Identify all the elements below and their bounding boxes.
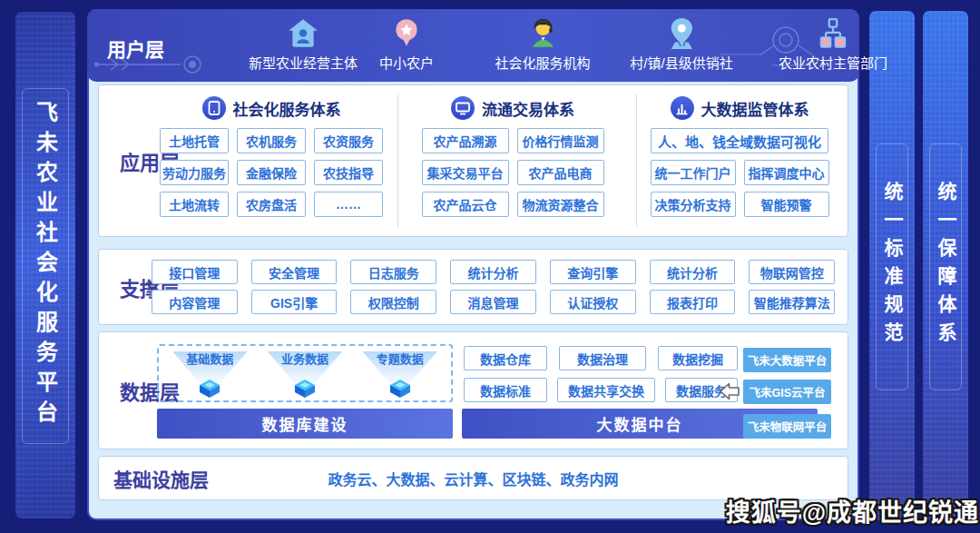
unified-standard-banner: 统一标准规范: [869, 11, 915, 520]
bar-chart-icon: [671, 96, 694, 120]
application-layer-box: 应用层 社会化服务体系 土地托管 农机服务 农资服务 劳动力服务 金融保险 农技…: [98, 84, 848, 237]
user-item-label: 村/镇/县级供销社: [630, 53, 732, 72]
data-button: 数据标准: [464, 378, 547, 402]
app-service-button: 人、地、钱全域数据可视化: [651, 128, 828, 153]
support-layer-box: 支撑层 接口管理 安全管理 日志服务 统计分析 查询引擎 统计分析 物联网管控 …: [98, 249, 848, 325]
app-service-button: 农机服务: [237, 128, 306, 153]
app-service-button: 集采交易平台: [422, 160, 509, 185]
support-button: 接口管理: [152, 260, 238, 284]
unified-guarantee-banner: 统一保障体系: [923, 11, 968, 520]
support-button: 内容管理: [152, 290, 238, 314]
support-button: 报表打印: [650, 290, 736, 314]
support-button: 统计分析: [650, 260, 736, 284]
dataset-group: 基础数据 业务数据 专题数据: [157, 344, 453, 402]
user-item-supply-coop: 村/镇/县级供销社: [630, 16, 732, 72]
user-item-service-org: 社会化服务机构: [495, 16, 590, 72]
group-title: 流通交易体系: [482, 97, 574, 120]
watermark: 搜狐号@成都世纪锐通: [726, 493, 979, 528]
group-title: 社会化服务体系: [233, 97, 341, 120]
data-button: 数据治理: [559, 346, 646, 370]
user-layer-label: 用户层: [107, 35, 164, 62]
group-title: 大数据监管体系: [701, 97, 809, 120]
data-button: 数据仓库: [464, 346, 547, 370]
support-button: 物联网管控: [749, 260, 835, 284]
app-service-button: 土地托管: [160, 128, 229, 153]
app-service-button: ……: [314, 192, 383, 217]
pin-star-icon: [389, 16, 424, 51]
column-divider: [397, 94, 398, 227]
support-button: 安全管理: [251, 260, 338, 284]
app-service-button: 物流资源整合: [517, 192, 604, 217]
app-service-button: 农产品电商: [517, 160, 604, 185]
support-button: 消息管理: [450, 290, 536, 314]
dataset-item: 基础数据: [164, 348, 255, 399]
app-service-button: 农产品云仓: [422, 192, 509, 217]
support-button: 统计分析: [450, 260, 536, 284]
user-layer-bar: 用户层 新型农业经营主体 中小农户: [87, 9, 859, 82]
group-trade-system: 流通交易体系 农产品溯源 价格行情监测 集采交易平台 农产品电商 农产品云仓 物…: [407, 93, 618, 229]
org-chart-icon: [816, 16, 850, 51]
data-layer-box: 数据层 基础数据 业务数据: [98, 331, 848, 449]
app-service-button: 农房盘活: [237, 192, 306, 217]
data-cube-icon: [386, 379, 415, 399]
user-item-small-farmers: 中小农户: [379, 16, 434, 72]
unified-guarantee-text: 统一保障体系: [932, 182, 959, 350]
app-service-button: 智能预警: [744, 192, 829, 217]
platform-title-text: 飞未农业社会化服务平台: [30, 101, 62, 430]
app-service-button: 农产品溯源: [422, 128, 509, 153]
user-item-label: 农业农村主管部门: [779, 53, 887, 72]
dataset-item: 专题数据: [355, 348, 446, 399]
platform-button: 飞未GIS云平台: [743, 380, 831, 404]
dataset-label: 专题数据: [377, 350, 424, 367]
support-button: GIS引擎: [251, 290, 338, 314]
app-service-button: 金融保险: [237, 160, 306, 185]
data-cube-icon: [290, 379, 319, 399]
data-button: 数据挖掘: [658, 346, 738, 370]
user-item-label: 社会化服务机构: [495, 53, 590, 72]
user-item-label: 新型农业经营主体: [249, 53, 358, 72]
user-item-label: 中小农户: [379, 53, 434, 72]
phone-icon: [202, 96, 226, 120]
platform-button: 飞未大数据平台: [743, 348, 831, 372]
app-service-button: 决策分析支持: [651, 192, 736, 217]
app-service-button: 土地流转: [160, 192, 229, 217]
service-agent-icon: [525, 16, 560, 51]
support-button: 认证授权: [550, 290, 636, 314]
support-button: 智能推荐算法: [749, 290, 835, 314]
dataset-item: 业务数据: [260, 348, 350, 399]
infrastructure-layer-label: 基础设施层: [113, 465, 240, 492]
platform-button: 飞未物联网平台: [743, 414, 831, 439]
database-construction-bar: 数据库建设: [157, 409, 453, 439]
app-service-button: 农资服务: [314, 128, 383, 153]
group-social-service-system: 社会化服务体系 土地托管 农机服务 农资服务 劳动力服务 金融保险 农技指导 土…: [150, 93, 393, 229]
user-item-new-agri-entities: 新型农业经营主体: [249, 16, 358, 72]
group-bigdata-supervision-system: 大数据监管体系 人、地、钱全域数据可视化 统一工作门户 指挥调度中心 决策分析支…: [643, 93, 836, 229]
user-item-agri-authority: 农业农村主管部门: [779, 16, 887, 72]
data-button: 数据共享交换: [557, 378, 655, 402]
dataset-label: 业务数据: [281, 350, 328, 367]
architecture-diagram: 飞未农业社会化服务平台 用户层 新型农业经营: [0, 0, 980, 533]
data-cube-icon: [195, 379, 224, 399]
unified-standard-text: 统一标准规范: [878, 182, 906, 350]
support-button: 查询引擎: [550, 260, 636, 284]
monitor-icon: [451, 96, 475, 120]
app-service-button: 价格行情监测: [517, 128, 604, 153]
support-button: 权限控制: [350, 290, 436, 314]
left-arrow-icon: [720, 380, 740, 402]
infrastructure-content: 政务云、大数据、云计算、区块链、政务内网: [328, 468, 618, 489]
app-service-button: 统一工作门户: [651, 160, 736, 185]
app-service-button: 指挥调度中心: [744, 160, 829, 185]
app-service-button: 劳动力服务: [160, 160, 229, 185]
dataset-label: 基础数据: [186, 350, 233, 367]
house-icon: [286, 16, 320, 51]
support-button: 日志服务: [350, 260, 436, 284]
column-divider: [636, 94, 637, 227]
app-service-button: 农技指导: [314, 160, 383, 185]
platform-title-banner: 飞未农业社会化服务平台: [15, 12, 75, 518]
location-pin-icon: [664, 16, 699, 51]
